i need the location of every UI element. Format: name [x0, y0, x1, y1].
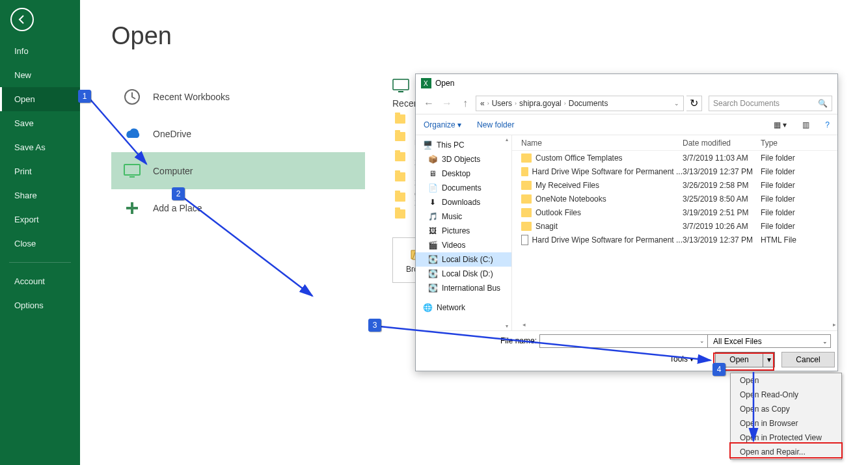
tools-menu[interactable]: Tools ▾	[670, 354, 694, 364]
filetype-dropdown[interactable]: All Excel Files ⌄	[707, 334, 831, 348]
nav-tree-item[interactable]: 🎵Music	[416, 209, 511, 224]
svg-rect-1	[124, 165, 140, 175]
svg-rect-6	[398, 91, 403, 92]
filename-input[interactable]: ⌄	[539, 334, 708, 348]
place-label: Computer	[153, 166, 193, 176]
hscroll-left-icon[interactable]: ◂	[522, 321, 526, 330]
nav-tree-item[interactable]: 🖥️This PC	[416, 138, 511, 152]
marker-4: 4	[712, 363, 726, 376]
plus-icon	[119, 201, 145, 215]
col-name[interactable]: Name	[512, 139, 683, 148]
svg-rect-4	[126, 207, 138, 209]
open-dialog: X Open ← → ↑ «› Users› shipra.goyal› Doc…	[415, 73, 838, 371]
breadcrumb[interactable]: «› Users› shipra.goyal› Documents ⌄	[476, 96, 684, 111]
nav-fwd-icon[interactable]: →	[439, 96, 455, 111]
nav-tree-item[interactable]: 💽Local Disk (D:)	[416, 267, 511, 281]
nav-tree-item[interactable]: 📦3D Objects	[416, 152, 511, 166]
place-recent[interactable]: Recent Workbooks	[111, 78, 365, 115]
search-input[interactable]: Search Documents 🔍	[709, 96, 832, 111]
refresh-icon[interactable]: ↻	[686, 96, 702, 111]
organize-menu[interactable]: Organize ▾	[424, 120, 461, 129]
nav-tree-item[interactable]: 📄Documents	[416, 181, 511, 195]
hscroll-right-icon[interactable]: ▸	[833, 321, 836, 330]
place-label: OneDrive	[153, 129, 191, 139]
col-type[interactable]: Type	[761, 139, 813, 148]
nav-export[interactable]: Export	[0, 207, 80, 232]
cloud-icon	[119, 127, 145, 140]
backstage-sidebar: Info New Open Save Save As Print Share E…	[0, 0, 80, 465]
back-button[interactable]	[10, 8, 34, 31]
file-row[interactable]: Hard Drive Wipe Software for Permanent .…	[512, 233, 837, 246]
preview-pane-icon[interactable]: ▥	[802, 120, 809, 129]
menu-open-browser[interactable]: Open in Browser	[731, 416, 841, 431]
menu-open[interactable]: Open	[731, 373, 841, 388]
crumb[interactable]: «	[480, 99, 485, 108]
file-row[interactable]: Hard Drive Wipe Software for Permanent .…	[512, 165, 837, 178]
computer-icon	[119, 163, 145, 179]
nav-tree-item[interactable]: 🖼Pictures	[416, 224, 511, 238]
crumb[interactable]: shipra.goyal	[519, 99, 562, 108]
search-icon: 🔍	[818, 99, 828, 108]
svg-rect-2	[129, 176, 135, 178]
place-onedrive[interactable]: OneDrive	[111, 115, 365, 152]
nav-close[interactable]: Close	[0, 232, 80, 256]
nav-tree-item[interactable]: 🖥Desktop	[416, 166, 511, 181]
nav-saveas[interactable]: Save As	[0, 135, 80, 159]
nav-print[interactable]: Print	[0, 159, 80, 183]
crumb[interactable]: Users	[492, 99, 512, 108]
marker-2: 2	[172, 187, 185, 200]
col-date[interactable]: Date modified	[683, 139, 761, 148]
marker-1: 1	[78, 90, 91, 103]
place-label: Add a Place	[153, 203, 202, 213]
place-computer[interactable]: Computer	[111, 152, 365, 189]
dialog-title: Open	[435, 79, 454, 88]
nav-open[interactable]: Open	[0, 87, 80, 111]
search-placeholder: Search Documents	[713, 99, 780, 108]
file-row[interactable]: My Received Files3/26/2019 2:58 PMFile f…	[512, 178, 837, 192]
nav-new[interactable]: New	[0, 63, 80, 87]
place-label: Recent Workbooks	[153, 92, 230, 102]
nav-up-icon[interactable]: ↑	[457, 96, 473, 111]
file-row[interactable]: Outlook Files3/19/2019 2:51 PMFile folde…	[512, 206, 837, 219]
nav-tree-item[interactable]: 💽International Bus	[416, 281, 511, 295]
help-icon[interactable]: ?	[825, 120, 830, 129]
svg-rect-5	[393, 79, 409, 90]
annotation-box	[729, 442, 843, 458]
crumb[interactable]: Documents	[569, 99, 608, 108]
nav-tree-item[interactable]: 🎬Videos	[416, 238, 511, 252]
newfolder-button[interactable]: New folder	[477, 120, 514, 129]
page-title: Open	[111, 22, 868, 50]
filter-label: All Excel Files	[713, 337, 762, 346]
file-list: Name Date modified Type Custom Office Te…	[512, 135, 837, 330]
menu-open-copy[interactable]: Open as Copy	[731, 402, 841, 416]
excel-icon: X	[421, 78, 431, 88]
nav-tree-item[interactable]: 💽Local Disk (C:)	[416, 252, 511, 267]
clock-icon	[119, 88, 145, 106]
menu-open-readonly[interactable]: Open Read-Only	[731, 388, 841, 402]
file-row[interactable]: Snagit3/7/2019 10:26 AMFile folder	[512, 219, 837, 233]
svg-text:X: X	[424, 80, 428, 87]
nav-options[interactable]: Options	[0, 293, 80, 317]
marker-3: 3	[368, 319, 381, 332]
nav-back-icon[interactable]: ←	[421, 96, 437, 111]
nav-share[interactable]: Share	[0, 183, 80, 207]
nav-pane: 🖥️This PC📦3D Objects🖥Desktop📄Documents⬇D…	[416, 135, 512, 330]
scrollbar[interactable]: ▴▾	[502, 135, 511, 330]
cancel-button[interactable]: Cancel	[781, 352, 835, 367]
nav-save[interactable]: Save	[0, 111, 80, 135]
place-add[interactable]: Add a Place	[111, 189, 365, 226]
nav-info[interactable]: Info	[0, 39, 80, 63]
nav-tree-item[interactable]: ⬇Downloads	[416, 195, 511, 209]
filename-label: File name:	[500, 336, 537, 345]
view-options-icon[interactable]: ▦ ▾	[774, 120, 787, 129]
file-row[interactable]: Custom Office Templates3/7/2019 11:03 AM…	[512, 151, 837, 165]
nav-tree-item[interactable]: 🌐Network	[416, 300, 511, 315]
nav-account[interactable]: Account	[0, 269, 80, 293]
file-row[interactable]: OneNote Notebooks3/25/2019 8:50 AMFile f…	[512, 192, 837, 206]
